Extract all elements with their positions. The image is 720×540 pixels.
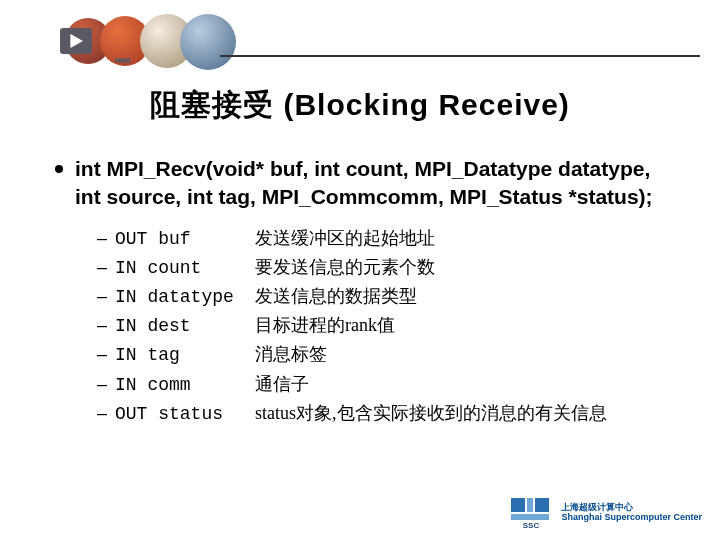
param-row: – IN tag 消息标签 — [97, 342, 675, 368]
param-name: IN dest — [115, 314, 255, 339]
footer-org-en: Shanghai Supercomputer Center — [561, 512, 702, 522]
param-row: – OUT buf 发送缓冲区的起始地址 — [97, 226, 675, 252]
param-name: OUT buf — [115, 227, 255, 252]
bullet-dot-icon — [55, 165, 63, 173]
dash-icon: – — [97, 342, 115, 367]
slide-body: int MPI_Recv(void* buf, int count, MPI_D… — [55, 155, 675, 430]
param-row: – IN datatype 发送信息的数据类型 — [97, 284, 675, 310]
dash-icon: – — [97, 313, 115, 338]
param-name: IN datatype — [115, 285, 255, 310]
top-tiny-text: HMS — [115, 57, 131, 64]
param-list: – OUT buf 发送缓冲区的起始地址 – IN count 要发送信息的元素… — [97, 226, 675, 427]
dash-icon: – — [97, 401, 115, 426]
dash-icon: – — [97, 372, 115, 397]
footer-text: 上海超级计算中心 Shanghai Supercomputer Center — [561, 502, 702, 523]
param-row: – OUT status status对象,包含实际接收到的消息的有关信息 — [97, 401, 675, 427]
param-desc: 通信子 — [255, 372, 309, 397]
svg-marker-0 — [70, 34, 83, 48]
param-name: OUT status — [115, 402, 255, 427]
param-row: – IN comm 通信子 — [97, 372, 675, 398]
divider — [220, 55, 700, 57]
dash-icon: – — [97, 284, 115, 309]
param-row: – IN dest 目标进程的rank值 — [97, 313, 675, 339]
param-desc: 目标进程的rank值 — [255, 313, 395, 338]
param-desc: 发送信息的数据类型 — [255, 284, 417, 309]
slide-title: 阻塞接受 (Blocking Receive) — [0, 85, 720, 126]
planet-icon-4 — [180, 14, 236, 70]
footer-org-cn: 上海超级计算中心 — [561, 502, 702, 512]
param-desc: status对象,包含实际接收到的消息的有关信息 — [255, 401, 607, 426]
svg-text:SSC: SSC — [523, 521, 540, 530]
param-name: IN tag — [115, 343, 255, 368]
param-desc: 发送缓冲区的起始地址 — [255, 226, 435, 251]
param-name: IN comm — [115, 373, 255, 398]
top-decor-strip: HMS — [20, 8, 280, 68]
dash-icon: – — [97, 255, 115, 280]
play-icon — [60, 28, 92, 54]
svg-rect-3 — [535, 498, 549, 512]
param-row: – IN count 要发送信息的元素个数 — [97, 255, 675, 281]
svg-rect-4 — [511, 514, 549, 520]
slide: HMS 阻塞接受 (Blocking Receive) int MPI_Recv… — [0, 0, 720, 540]
footer: SSC 上海超级计算中心 Shanghai Supercomputer Cent… — [509, 494, 702, 530]
param-desc: 要发送信息的元素个数 — [255, 255, 435, 280]
param-desc: 消息标签 — [255, 342, 327, 367]
function-signature: int MPI_Recv(void* buf, int count, MPI_D… — [75, 155, 675, 212]
bullet-signature: int MPI_Recv(void* buf, int count, MPI_D… — [55, 155, 675, 212]
dash-icon: – — [97, 226, 115, 251]
footer-logo-icon: SSC — [509, 494, 553, 530]
param-name: IN count — [115, 256, 255, 281]
svg-rect-1 — [511, 498, 525, 512]
svg-rect-2 — [527, 498, 533, 512]
